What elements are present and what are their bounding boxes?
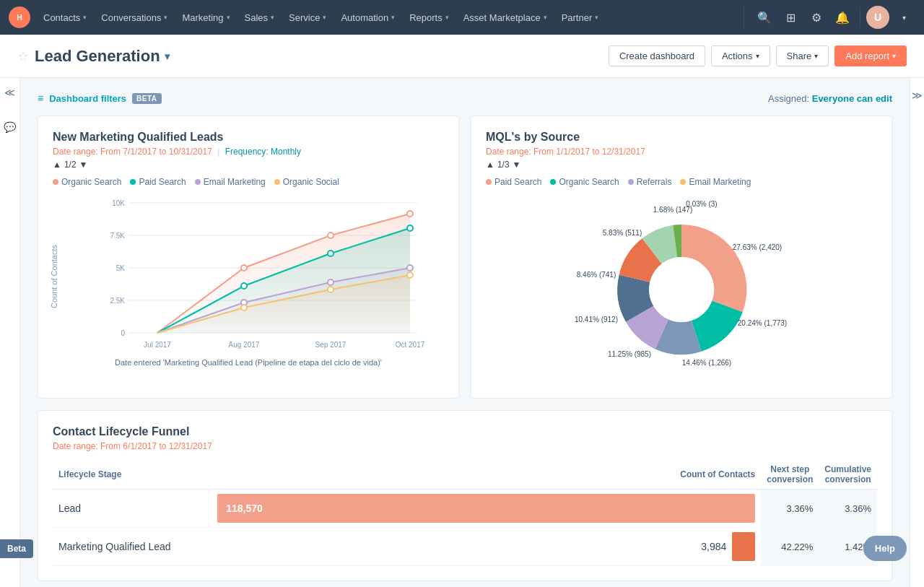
actions-button[interactable]: Actions ▾: [711, 45, 770, 66]
col-cumulative-header: Cumulative conversion: [819, 460, 877, 490]
contacts-chevron-icon: ▾: [83, 14, 87, 21]
svg-point-28: [407, 265, 413, 271]
nav-automation[interactable]: Automation ▾: [334, 0, 402, 35]
svg-point-24: [328, 251, 334, 256]
nav-conversations[interactable]: Conversations ▾: [94, 0, 175, 35]
search-icon[interactable]: 🔍: [753, 6, 776, 29]
service-chevron-icon: ▾: [323, 14, 326, 21]
svg-text:10K: 10K: [112, 199, 125, 207]
legend-dot-organic-social: [274, 179, 280, 185]
card2-title: MQL's by Source: [486, 131, 877, 144]
card2-page-indicator: 1/3: [497, 160, 510, 170]
funnel-table: Lifecycle Stage Count of Contacts Next s…: [53, 460, 877, 566]
svg-point-25: [407, 225, 413, 231]
legend-dot-email-marketing: [195, 179, 201, 185]
svg-text:20.24% (1,773): 20.24% (1,773): [738, 319, 787, 327]
top-navigation: H Contacts ▾ Conversations ▾ Marketing ▾…: [0, 0, 924, 35]
svg-text:5K: 5K: [116, 264, 126, 272]
nav-sales[interactable]: Sales ▾: [237, 0, 282, 35]
notifications-icon[interactable]: 🔔: [831, 6, 854, 29]
card2-next-arrow-icon[interactable]: ▼: [513, 160, 521, 170]
share-button[interactable]: Share ▾: [776, 45, 829, 66]
beta-button[interactable]: Beta: [0, 539, 33, 558]
col-next-header: Next step conversion: [761, 460, 819, 490]
card2-prev-arrow-icon[interactable]: ▲: [486, 160, 494, 170]
svg-text:5.83% (511): 5.83% (511): [603, 229, 642, 237]
asset-marketplace-chevron-icon: ▾: [544, 14, 547, 21]
nav-contacts[interactable]: Contacts ▾: [36, 0, 94, 35]
apps-icon[interactable]: ⊞: [779, 6, 802, 29]
table-row: Marketing Qualified Lead 3,984 42.22% 1.…: [53, 528, 877, 566]
main-layout: ≪ 💬 ≡ Dashboard filters BETA Assigned: E…: [0, 78, 924, 587]
nav-asset-marketplace[interactable]: Asset Marketplace ▾: [456, 0, 554, 35]
legend-paid-search: Paid Search: [130, 177, 186, 187]
lead-bar: 118,570: [217, 494, 755, 523]
mqls-line-chart-card: New Marketing Qualified Leads Date range…: [38, 116, 459, 399]
card1-date-range: Date range: From 7/1/2017 to 10/31/2017 …: [53, 147, 444, 157]
account-chevron-icon[interactable]: ▾: [892, 6, 915, 29]
assigned-value-link[interactable]: Everyone can edit: [812, 93, 892, 104]
user-avatar[interactable]: U: [866, 6, 889, 29]
assigned-section: Assigned: Everyone can edit: [768, 93, 892, 104]
hubspot-logo[interactable]: H: [9, 6, 30, 28]
lead-next-conversion: 3.36%: [761, 490, 819, 528]
card1-chart-container: Count of Contacts 10K 7.5K 5K 2.5K 0: [53, 196, 444, 357]
lead-cumulative-conversion: 3.36%: [819, 490, 877, 528]
svg-text:0: 0: [121, 329, 125, 337]
line-chart-svg: 10K 7.5K 5K 2.5K 0 Jul 2017 Aug 2017 Sep…: [87, 196, 444, 355]
filters-label[interactable]: Dashboard filters: [49, 93, 126, 104]
favorite-star-icon[interactable]: ☆: [17, 48, 29, 64]
col-count-header: Count of Contacts: [212, 460, 761, 490]
card3-title: Contact Lifecycle Funnel: [53, 425, 877, 438]
card2-nav: ▲ 1/3 ▼: [486, 160, 877, 170]
add-report-button[interactable]: Add report ▾: [834, 45, 907, 66]
card1-next-arrow-icon[interactable]: ▼: [79, 160, 88, 170]
legend-paid-search: Paid Search: [486, 177, 541, 187]
lifecycle-funnel-card: Contact Lifecycle Funnel Date range: Fro…: [38, 410, 892, 581]
svg-point-27: [328, 279, 334, 285]
page-title-chevron-icon[interactable]: ▾: [165, 51, 170, 62]
nav-marketing[interactable]: Marketing ▾: [175, 0, 237, 35]
nav-partner[interactable]: Partner ▾: [554, 0, 606, 35]
card1-page-indicator: 1/2: [64, 160, 77, 170]
partner-chevron-icon: ▾: [595, 14, 598, 21]
sidebar-collapse-icon[interactable]: ≪: [4, 87, 15, 98]
main-content: ≡ Dashboard filters BETA Assigned: Every…: [20, 78, 910, 587]
svg-text:10.41% (912): 10.41% (912): [575, 316, 618, 323]
y-axis-label: Count of Contacts: [50, 244, 58, 308]
pie-chart-svg: 27.63% (2,420) 20.24% (1,773) 14.46% (1,…: [566, 192, 797, 387]
mql-bar-small: [732, 532, 755, 561]
nav-reports[interactable]: Reports ▾: [402, 0, 456, 35]
subheader-actions: Create dashboard Actions ▾ Share ▾ Add r…: [609, 45, 907, 66]
right-collapse-icon: ≫: [912, 90, 923, 101]
svg-text:8.46% (741): 8.46% (741): [577, 271, 616, 279]
stage-label-mql: Marketing Qualified Lead: [53, 528, 212, 566]
settings-icon[interactable]: ⚙: [805, 6, 828, 29]
nav-service[interactable]: Service ▾: [282, 0, 334, 35]
marketing-chevron-icon: ▾: [227, 14, 230, 21]
card2-legend: Paid Search Organic Search Referrals Ema…: [486, 177, 877, 187]
mql-bar-wrapper: 3,984: [217, 532, 755, 561]
card3-date-range: Date range: From 6/1/2017 to 12/31/2017: [53, 441, 877, 451]
card2-date-range: Date range: From 1/1/2017 to 12/31/2017: [486, 147, 877, 157]
legend-email-marketing: Email Marketing: [680, 177, 751, 187]
chat-icon[interactable]: 💬: [4, 121, 16, 133]
right-collapse-panel[interactable]: ≫: [910, 78, 924, 587]
card1-prev-arrow-icon[interactable]: ▲: [53, 160, 61, 170]
svg-text:14.46% (1,266): 14.46% (1,266): [682, 359, 731, 367]
assigned-label: Assigned:: [768, 93, 809, 104]
legend-dot-referrals: [628, 179, 634, 185]
legend-referrals: Referrals: [628, 177, 672, 187]
svg-point-30: [328, 287, 334, 292]
legend-dot-paid-search: [486, 179, 492, 185]
create-dashboard-button[interactable]: Create dashboard: [609, 45, 705, 66]
svg-point-21: [328, 232, 334, 238]
mql-bar-cell: 3,984: [212, 528, 761, 566]
svg-point-32: [649, 257, 714, 322]
legend-email-marketing: Email Marketing: [195, 177, 266, 187]
cards-row: New Marketing Qualified Leads Date range…: [38, 116, 892, 399]
legend-organic-search: Organic Search: [550, 177, 619, 187]
help-button[interactable]: Help: [863, 536, 907, 561]
lead-bar-wrapper: 118,570: [217, 494, 755, 523]
col-lifecycle-stage: Lifecycle Stage: [53, 460, 212, 490]
